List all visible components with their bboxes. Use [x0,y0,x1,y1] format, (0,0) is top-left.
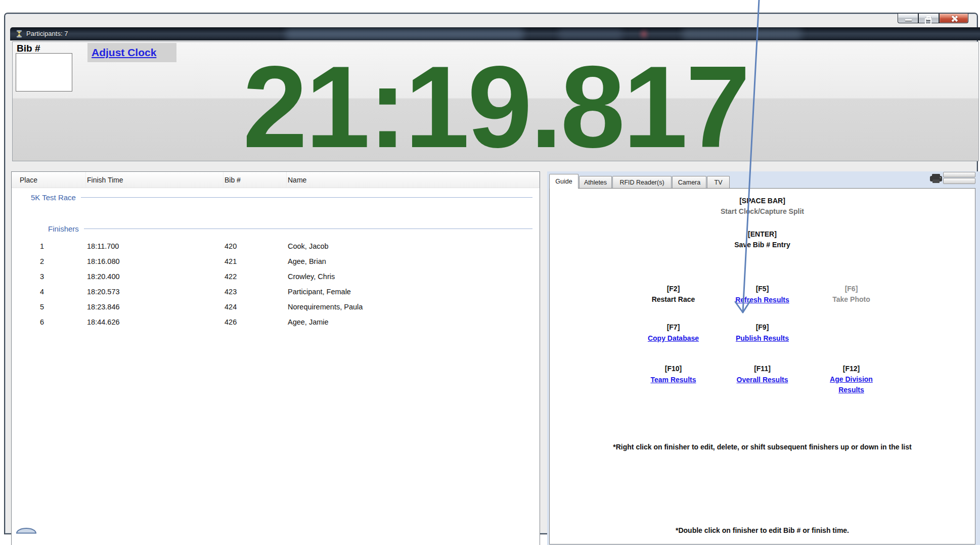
table-row[interactable]: 5 18:23.846 424 Norequirements, Paula [12,299,540,314]
app-window: Participants: 7 Bib # Adjust Clock 21:19… [4,13,978,534]
group-divider-line [84,229,532,229]
race-group-label: 5K Test Race [31,193,76,202]
finisher-time: 18:20.573 [86,284,224,299]
finisher-bib: 420 [224,239,287,254]
take-photo-label: Take Photo [807,294,896,305]
hotkey-f2: [F2] Restart Race [629,284,718,307]
close-icon [951,16,957,22]
finisher-time: 18:23.846 [86,299,224,314]
finisher-place: 3 [12,269,86,284]
race-group-header: 5K Test Race [12,192,540,202]
right-click-note: *Right click on finisher to edit, delete… [550,443,975,451]
hourglass-app-icon [15,30,23,38]
column-header-bib[interactable]: Bib # [224,172,287,188]
finisher-time: 18:16.080 [86,254,224,269]
hotkey-f7: [F7] Copy Database [629,322,718,345]
printer-icon[interactable] [929,174,943,184]
titlebar: Participants: 7 [10,27,980,40]
table-row[interactable]: 4 18:20.573 423 Participant, Female [12,284,540,299]
screenshot-stage: Participants: 7 Bib # Adjust Clock 21:19… [0,0,980,545]
f5-key-label: [F5] [718,284,807,294]
finishers-group-label: Finishers [48,224,79,233]
finisher-name: Norequirements, Paula [287,299,540,314]
finisher-place: 6 [12,314,86,330]
hotkey-f11: [F11] Overall Results [718,364,807,395]
finisher-bib: 426 [224,314,287,330]
overall-results-link[interactable]: Overall Results [737,375,788,385]
hotkey-f10: [F10] Team Results [629,364,718,395]
minimize-icon [905,19,912,21]
enter-action-label: Save Bib # Entry [550,240,975,250]
tab-camera[interactable]: Camera [672,176,706,188]
column-header-finish-time[interactable]: Finish Time [86,172,224,188]
f9-key-label: [F9] [718,322,807,333]
refresh-results-link[interactable]: Refresh Results [735,295,789,305]
finisher-place: 4 [12,284,86,299]
hotkey-empty [807,322,896,345]
finisher-name: Cook, Jacob [287,239,540,254]
hotkey-f12: [F12] Age Division Results [807,364,896,395]
column-header-name[interactable]: Name [287,172,540,188]
panel-button-bottom[interactable] [943,178,975,184]
hotkey-f6: [F6] Take Photo [807,284,896,307]
spacebar-shortcut: [SPACE BAR] Start Clock/Capture Split [550,196,975,217]
restore-icon [926,16,931,20]
finisher-bib: 421 [224,254,287,269]
hotkey-grid: [F2] Restart Race [F5] Refresh Results [… [629,284,896,395]
finishers-group-header: Finishers [12,223,540,234]
tab-guide[interactable]: Guide [549,174,578,189]
tab-rfid-readers[interactable]: RFID Reader(s) [612,176,672,188]
clock-section: Bib # Adjust Clock 21:19.817 [12,41,979,161]
f7-key-label: [F7] [629,322,718,333]
close-button[interactable] [939,14,968,23]
restart-race-label: Restart Race [629,294,718,305]
enter-shortcut: [ENTER] Save Bib # Entry [550,229,975,250]
spacebar-action-label: Start Clock/Capture Split [550,206,975,217]
f12-key-label: [F12] [807,364,896,374]
publish-results-link[interactable]: Publish Results [736,333,789,344]
race-clock-display: 21:19.817 [13,42,978,161]
f2-key-label: [F2] [629,284,718,294]
minimize-button[interactable] [898,14,918,23]
table-row[interactable]: 2 18:16.080 421 Agee, Brian [12,254,540,269]
spacebar-key-label: [SPACE BAR] [550,196,975,206]
finisher-place: 2 [12,254,86,269]
table-row[interactable]: 3 18:20.400 422 Crowley, Chris [12,269,540,284]
table-row[interactable]: 1 18:11.700 420 Cook, Jacob [12,239,540,254]
group-divider-line [81,197,532,198]
titlebar-blur-patch [641,31,647,37]
finisher-place: 1 [12,239,86,254]
results-table-header: Place Finish Time Bib # Name [12,172,540,188]
restore-button[interactable] [918,14,939,23]
finisher-name: Agee, Jamie [287,314,540,330]
hotkey-f9: [F9] Publish Results [718,322,807,345]
finisher-bib: 423 [224,284,287,299]
f10-key-label: [F10] [629,364,718,374]
finisher-time: 18:44.626 [86,314,224,330]
age-division-results-link[interactable]: Age Division Results [821,374,882,395]
finisher-name: Participant, Female [287,284,540,299]
titlebar-blur-patch [286,29,523,39]
tab-athletes[interactable]: Athletes [579,176,612,188]
window-title: Participants: 7 [26,30,68,37]
finisher-time: 18:20.400 [86,269,224,284]
finisher-name: Crowley, Chris [287,269,540,284]
right-tab-panel: Guide Athletes RFID Reader(s) Camera TV … [547,171,980,545]
finisher-bib: 424 [224,299,287,314]
f11-key-label: [F11] [718,364,807,374]
finisher-rows: 1 18:11.700 420 Cook, Jacob 2 18:16.080 … [12,239,540,330]
titlebar-blur-patch [559,30,622,38]
finisher-place: 5 [12,299,86,314]
titlebar-blur-patch [683,30,801,38]
tab-tv[interactable]: TV [707,176,730,188]
team-results-link[interactable]: Team Results [651,375,696,385]
window-controls [898,14,968,23]
finisher-bib: 422 [224,269,287,284]
copy-database-link[interactable]: Copy Database [648,333,699,344]
double-click-note: *Double click on finisher to edit Bib # … [550,526,975,534]
finishers-panel: Place Finish Time Bib # Name 5K Test Rac… [11,171,540,545]
table-row[interactable]: 6 18:44.626 426 Agee, Jamie [12,314,540,330]
hotkey-f5: [F5] Refresh Results [718,284,807,307]
column-header-place[interactable]: Place [12,172,86,188]
panel-button-top[interactable] [943,172,975,177]
